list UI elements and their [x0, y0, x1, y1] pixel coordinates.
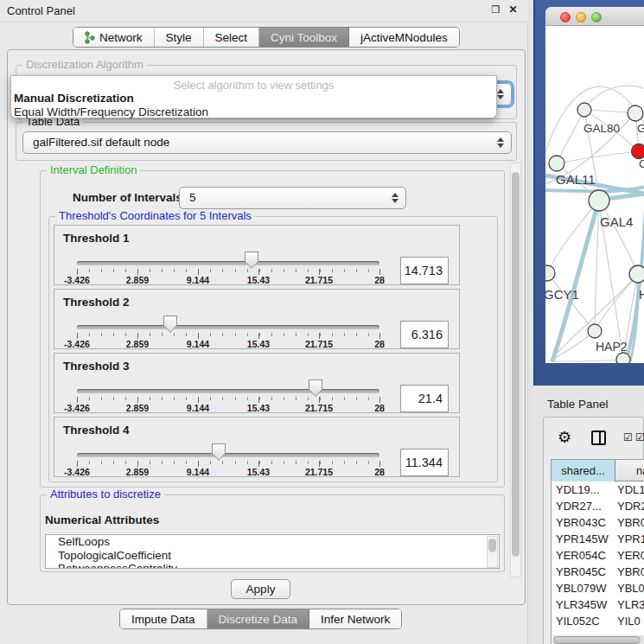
- algorithm-placeholder: Select algorithm to view settings: [11, 76, 496, 92]
- tab-select-label: Select: [215, 31, 248, 44]
- node-gal80[interactable]: [577, 103, 591, 117]
- tick-label: 21.715: [305, 467, 333, 477]
- threshold-1-slider-handle[interactable]: [245, 252, 258, 269]
- column-header-name[interactable]: na: [636, 460, 644, 481]
- cell[interactable]: YIL0: [617, 615, 641, 628]
- threshold-4-slider-handle[interactable]: [212, 443, 226, 461]
- threshold-2-slider-track[interactable]: [77, 325, 379, 329]
- close-traffic-light-icon[interactable]: [560, 12, 571, 22]
- list-item-selfloops[interactable]: SelfLoops: [46, 535, 499, 549]
- table-row[interactable]: YDR27...YDR2: [552, 500, 644, 515]
- gear-icon[interactable]: ⚙: [558, 428, 571, 447]
- cell[interactable]: YBL079W: [556, 582, 607, 595]
- threshold-3-slider-track[interactable]: [77, 389, 379, 393]
- num-intervals-label: Number of Intervals: [73, 191, 182, 204]
- slider-major-ticks: [77, 461, 380, 467]
- cell[interactable]: YDR2: [617, 500, 644, 513]
- threshold-4-value-field[interactable]: 11.344: [400, 449, 449, 476]
- node-hap2[interactable]: [588, 324, 602, 338]
- node-bottom[interactable]: [616, 353, 630, 363]
- zoom-traffic-light-icon[interactable]: [591, 12, 602, 22]
- threshold-1-value-field[interactable]: 14.713: [400, 257, 449, 284]
- minimize-traffic-light-icon[interactable]: [576, 12, 586, 22]
- network-window-frame: GAL80 GA C GAL11 GAL4 GCY1 H HAP2: [533, 0, 644, 386]
- node-gal11[interactable]: [549, 156, 564, 171]
- table-row[interactable]: YPR145WYPR1: [552, 532, 644, 548]
- attributes-legend: Attributes to discretize: [47, 488, 164, 501]
- network-window-titlebar: [545, 7, 644, 26]
- node-gal4[interactable]: [589, 190, 609, 211]
- network-view-window: GAL80 GA C GAL11 GAL4 GCY1 H HAP2: [545, 7, 644, 363]
- label-gal11: GAL11: [556, 172, 596, 187]
- node-top-right[interactable]: [628, 105, 643, 121]
- network-icon: [85, 31, 95, 44]
- cell[interactable]: YER054C: [556, 549, 606, 562]
- cell[interactable]: YBR0: [617, 565, 644, 578]
- cell[interactable]: YBL0: [617, 582, 644, 595]
- cell[interactable]: YBR0: [617, 516, 644, 529]
- node-h[interactable]: [629, 265, 644, 283]
- tab-network[interactable]: Network: [73, 28, 155, 47]
- node-attribute-table: shared... na YDL19...YDL1 YDR27...YDR2 Y…: [551, 459, 644, 644]
- table-browser-panel: ⚙ ☑ ☑ shared... na YDL19...YDL1 YDR27...…: [543, 417, 644, 644]
- tab-jactivemnodules[interactable]: jActiveMNodules: [349, 28, 459, 47]
- threshold-2-value-field[interactable]: 6.316: [400, 321, 449, 348]
- cell[interactable]: YBR043C: [556, 516, 606, 529]
- tab-discretize-data[interactable]: Discretize Data: [207, 609, 310, 628]
- table-row[interactable]: YDL19...YDL1: [552, 483, 644, 499]
- cell[interactable]: YDL19...: [556, 483, 600, 496]
- cell[interactable]: YDL1: [617, 483, 644, 496]
- tab-cyni-toolbox[interactable]: Cyni Toolbox: [259, 28, 349, 47]
- table-row[interactable]: YBR043CYBR0: [552, 516, 644, 532]
- cell[interactable]: YLR3: [617, 598, 644, 611]
- list-item-topologicalcoefficient[interactable]: TopologicalCoefficient: [46, 549, 499, 563]
- cell[interactable]: YLR345W: [556, 598, 607, 611]
- cell[interactable]: YDR27...: [556, 500, 602, 513]
- column-header-shared-name[interactable]: shared...: [552, 460, 615, 481]
- columns-icon[interactable]: [591, 430, 606, 445]
- cell[interactable]: YIL052C: [556, 615, 600, 628]
- float-window-icon[interactable]: ❒: [489, 3, 502, 16]
- checkbox-icon[interactable]: ☑: [623, 431, 633, 443]
- threshold-1-slider-track[interactable]: [77, 261, 379, 265]
- table-row[interactable]: YER054CYER0: [552, 549, 644, 564]
- table-data-combobox[interactable]: galFiltered.sif default node: [22, 131, 512, 154]
- control-panel: Control Panel ❒ ✕ Network Style Select C…: [0, 0, 528, 644]
- label-gal80: GAL80: [583, 122, 620, 135]
- panel-scrollbar[interactable]: [510, 163, 521, 577]
- table-row[interactable]: YLR345WYLR3: [552, 598, 644, 614]
- cell[interactable]: YPR145W: [556, 532, 609, 545]
- attributes-scrollbar[interactable]: [487, 536, 498, 568]
- tick-label: 21.715: [305, 275, 333, 285]
- threshold-3-slider-handle[interactable]: [309, 379, 322, 397]
- cell[interactable]: YER0: [617, 549, 644, 562]
- control-panel-titlebar: Control Panel ❒ ✕: [0, 0, 528, 22]
- network-canvas[interactable]: GAL80 GA C GAL11 GAL4 GCY1 H HAP2: [545, 27, 644, 363]
- list-item-betweennesscentrality[interactable]: BetweennessCentrality: [46, 562, 499, 569]
- checkbox-icon[interactable]: ☑: [635, 431, 644, 443]
- table-row[interactable]: YIL052CYIL0: [552, 615, 644, 630]
- threshold-4-slider-track[interactable]: [77, 453, 379, 457]
- tab-impute-data[interactable]: Impute Data: [120, 609, 207, 628]
- node-gcy1[interactable]: [545, 265, 555, 281]
- menu-item-equal-width-frequency[interactable]: Equal Width/Frequency Discretization: [11, 105, 496, 119]
- menu-item-manual-discretization[interactable]: Manual Discretization: [11, 92, 496, 105]
- threshold-3-value-field[interactable]: 21.4: [400, 385, 449, 412]
- cell[interactable]: YBR045C: [556, 565, 606, 578]
- num-intervals-combobox[interactable]: 5: [179, 187, 406, 209]
- close-icon[interactable]: ✕: [507, 3, 520, 16]
- node-red-selected[interactable]: [632, 144, 644, 159]
- threshold-2-label: Threshold 2: [63, 296, 130, 309]
- table-row[interactable]: YBL079WYBL0: [552, 582, 644, 597]
- table-horizontal-scrollbar[interactable]: [552, 635, 644, 644]
- threshold-2-slider-handle[interactable]: [163, 316, 177, 333]
- tab-infer-network[interactable]: Infer Network: [309, 609, 401, 628]
- tab-style[interactable]: Style: [155, 28, 204, 47]
- table-row[interactable]: YBR045CYBR0: [552, 565, 644, 581]
- tick-label: 9.144: [187, 403, 209, 413]
- apply-button[interactable]: Apply: [231, 579, 290, 599]
- cell[interactable]: YPR1: [617, 532, 644, 545]
- tab-select[interactable]: Select: [204, 28, 260, 47]
- panel-title: Control Panel: [7, 4, 75, 17]
- label-gcy1: GCY1: [545, 287, 579, 302]
